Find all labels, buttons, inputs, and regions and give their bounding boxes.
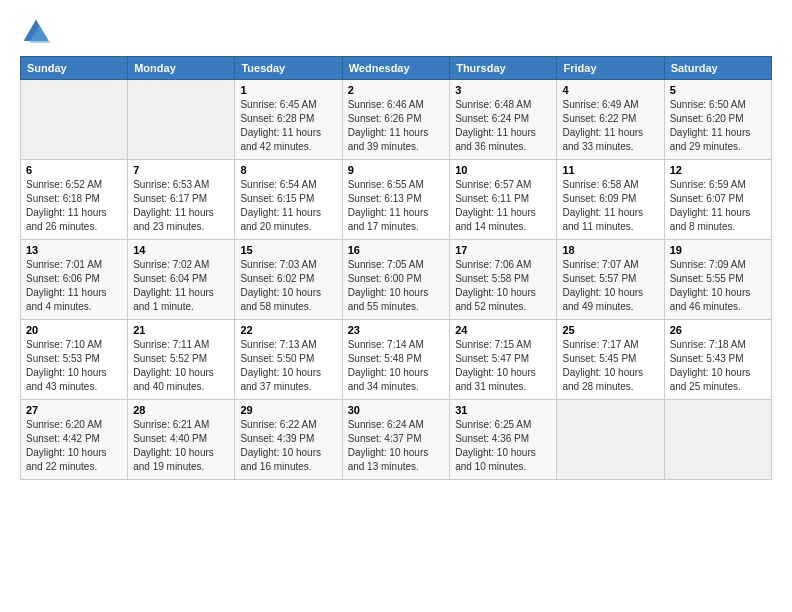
page: SundayMondayTuesdayWednesdayThursdayFrid… — [0, 0, 792, 490]
day-number: 12 — [670, 164, 766, 176]
calendar-header-thursday: Thursday — [450, 57, 557, 80]
calendar-week-3: 13Sunrise: 7:01 AM Sunset: 6:06 PM Dayli… — [21, 240, 772, 320]
calendar-cell: 25Sunrise: 7:17 AM Sunset: 5:45 PM Dayli… — [557, 320, 664, 400]
calendar-week-2: 6Sunrise: 6:52 AM Sunset: 6:18 PM Daylig… — [21, 160, 772, 240]
calendar-cell: 9Sunrise: 6:55 AM Sunset: 6:13 PM Daylig… — [342, 160, 450, 240]
day-number: 24 — [455, 324, 551, 336]
day-info: Sunrise: 7:01 AM Sunset: 6:06 PM Dayligh… — [26, 258, 122, 314]
calendar-cell: 31Sunrise: 6:25 AM Sunset: 4:36 PM Dayli… — [450, 400, 557, 480]
calendar-cell: 17Sunrise: 7:06 AM Sunset: 5:58 PM Dayli… — [450, 240, 557, 320]
calendar-cell: 14Sunrise: 7:02 AM Sunset: 6:04 PM Dayli… — [128, 240, 235, 320]
day-info: Sunrise: 6:50 AM Sunset: 6:20 PM Dayligh… — [670, 98, 766, 154]
calendar-cell — [21, 80, 128, 160]
day-info: Sunrise: 6:21 AM Sunset: 4:40 PM Dayligh… — [133, 418, 229, 474]
day-info: Sunrise: 6:25 AM Sunset: 4:36 PM Dayligh… — [455, 418, 551, 474]
day-info: Sunrise: 6:49 AM Sunset: 6:22 PM Dayligh… — [562, 98, 658, 154]
calendar-cell: 26Sunrise: 7:18 AM Sunset: 5:43 PM Dayli… — [664, 320, 771, 400]
calendar-cell: 16Sunrise: 7:05 AM Sunset: 6:00 PM Dayli… — [342, 240, 450, 320]
day-info: Sunrise: 7:11 AM Sunset: 5:52 PM Dayligh… — [133, 338, 229, 394]
day-number: 22 — [240, 324, 336, 336]
day-number: 17 — [455, 244, 551, 256]
calendar-cell: 3Sunrise: 6:48 AM Sunset: 6:24 PM Daylig… — [450, 80, 557, 160]
day-info: Sunrise: 6:57 AM Sunset: 6:11 PM Dayligh… — [455, 178, 551, 234]
day-number: 15 — [240, 244, 336, 256]
day-info: Sunrise: 6:24 AM Sunset: 4:37 PM Dayligh… — [348, 418, 445, 474]
day-info: Sunrise: 7:15 AM Sunset: 5:47 PM Dayligh… — [455, 338, 551, 394]
calendar-cell: 21Sunrise: 7:11 AM Sunset: 5:52 PM Dayli… — [128, 320, 235, 400]
day-number: 27 — [26, 404, 122, 416]
day-number: 4 — [562, 84, 658, 96]
day-info: Sunrise: 6:52 AM Sunset: 6:18 PM Dayligh… — [26, 178, 122, 234]
calendar-header-tuesday: Tuesday — [235, 57, 342, 80]
calendar-cell: 2Sunrise: 6:46 AM Sunset: 6:26 PM Daylig… — [342, 80, 450, 160]
day-info: Sunrise: 6:53 AM Sunset: 6:17 PM Dayligh… — [133, 178, 229, 234]
day-number: 9 — [348, 164, 445, 176]
calendar-header-saturday: Saturday — [664, 57, 771, 80]
calendar-header-friday: Friday — [557, 57, 664, 80]
day-number: 10 — [455, 164, 551, 176]
calendar-week-1: 1Sunrise: 6:45 AM Sunset: 6:28 PM Daylig… — [21, 80, 772, 160]
day-number: 6 — [26, 164, 122, 176]
calendar-header-monday: Monday — [128, 57, 235, 80]
logo — [20, 16, 56, 48]
day-number: 29 — [240, 404, 336, 416]
day-number: 25 — [562, 324, 658, 336]
calendar-cell: 13Sunrise: 7:01 AM Sunset: 6:06 PM Dayli… — [21, 240, 128, 320]
day-info: Sunrise: 7:14 AM Sunset: 5:48 PM Dayligh… — [348, 338, 445, 394]
day-info: Sunrise: 6:20 AM Sunset: 4:42 PM Dayligh… — [26, 418, 122, 474]
calendar-cell — [557, 400, 664, 480]
day-info: Sunrise: 6:55 AM Sunset: 6:13 PM Dayligh… — [348, 178, 445, 234]
day-number: 5 — [670, 84, 766, 96]
calendar-header-row: SundayMondayTuesdayWednesdayThursdayFrid… — [21, 57, 772, 80]
calendar-cell: 7Sunrise: 6:53 AM Sunset: 6:17 PM Daylig… — [128, 160, 235, 240]
calendar-cell: 6Sunrise: 6:52 AM Sunset: 6:18 PM Daylig… — [21, 160, 128, 240]
calendar-cell: 10Sunrise: 6:57 AM Sunset: 6:11 PM Dayli… — [450, 160, 557, 240]
day-info: Sunrise: 7:05 AM Sunset: 6:00 PM Dayligh… — [348, 258, 445, 314]
day-info: Sunrise: 7:07 AM Sunset: 5:57 PM Dayligh… — [562, 258, 658, 314]
day-number: 14 — [133, 244, 229, 256]
calendar-header-sunday: Sunday — [21, 57, 128, 80]
day-info: Sunrise: 7:03 AM Sunset: 6:02 PM Dayligh… — [240, 258, 336, 314]
calendar-cell: 15Sunrise: 7:03 AM Sunset: 6:02 PM Dayli… — [235, 240, 342, 320]
calendar-cell: 11Sunrise: 6:58 AM Sunset: 6:09 PM Dayli… — [557, 160, 664, 240]
day-number: 18 — [562, 244, 658, 256]
day-info: Sunrise: 7:09 AM Sunset: 5:55 PM Dayligh… — [670, 258, 766, 314]
day-number: 13 — [26, 244, 122, 256]
day-number: 26 — [670, 324, 766, 336]
day-info: Sunrise: 6:54 AM Sunset: 6:15 PM Dayligh… — [240, 178, 336, 234]
day-number: 11 — [562, 164, 658, 176]
day-number: 23 — [348, 324, 445, 336]
calendar-cell — [128, 80, 235, 160]
calendar-cell: 5Sunrise: 6:50 AM Sunset: 6:20 PM Daylig… — [664, 80, 771, 160]
calendar-cell: 27Sunrise: 6:20 AM Sunset: 4:42 PM Dayli… — [21, 400, 128, 480]
logo-icon — [20, 16, 52, 48]
day-number: 31 — [455, 404, 551, 416]
day-info: Sunrise: 6:59 AM Sunset: 6:07 PM Dayligh… — [670, 178, 766, 234]
calendar-table: SundayMondayTuesdayWednesdayThursdayFrid… — [20, 56, 772, 480]
day-info: Sunrise: 6:45 AM Sunset: 6:28 PM Dayligh… — [240, 98, 336, 154]
day-number: 3 — [455, 84, 551, 96]
day-info: Sunrise: 6:48 AM Sunset: 6:24 PM Dayligh… — [455, 98, 551, 154]
calendar-cell: 28Sunrise: 6:21 AM Sunset: 4:40 PM Dayli… — [128, 400, 235, 480]
calendar-cell: 24Sunrise: 7:15 AM Sunset: 5:47 PM Dayli… — [450, 320, 557, 400]
calendar-cell: 19Sunrise: 7:09 AM Sunset: 5:55 PM Dayli… — [664, 240, 771, 320]
calendar-cell: 8Sunrise: 6:54 AM Sunset: 6:15 PM Daylig… — [235, 160, 342, 240]
calendar-cell: 30Sunrise: 6:24 AM Sunset: 4:37 PM Dayli… — [342, 400, 450, 480]
calendar-cell: 1Sunrise: 6:45 AM Sunset: 6:28 PM Daylig… — [235, 80, 342, 160]
day-info: Sunrise: 6:22 AM Sunset: 4:39 PM Dayligh… — [240, 418, 336, 474]
day-number: 30 — [348, 404, 445, 416]
calendar-cell: 20Sunrise: 7:10 AM Sunset: 5:53 PM Dayli… — [21, 320, 128, 400]
calendar-week-4: 20Sunrise: 7:10 AM Sunset: 5:53 PM Dayli… — [21, 320, 772, 400]
calendar-cell — [664, 400, 771, 480]
day-info: Sunrise: 7:13 AM Sunset: 5:50 PM Dayligh… — [240, 338, 336, 394]
day-number: 28 — [133, 404, 229, 416]
day-number: 16 — [348, 244, 445, 256]
day-info: Sunrise: 7:02 AM Sunset: 6:04 PM Dayligh… — [133, 258, 229, 314]
header — [20, 16, 772, 48]
day-number: 21 — [133, 324, 229, 336]
calendar-cell: 18Sunrise: 7:07 AM Sunset: 5:57 PM Dayli… — [557, 240, 664, 320]
day-info: Sunrise: 7:10 AM Sunset: 5:53 PM Dayligh… — [26, 338, 122, 394]
calendar-cell: 12Sunrise: 6:59 AM Sunset: 6:07 PM Dayli… — [664, 160, 771, 240]
calendar-cell: 22Sunrise: 7:13 AM Sunset: 5:50 PM Dayli… — [235, 320, 342, 400]
day-info: Sunrise: 7:06 AM Sunset: 5:58 PM Dayligh… — [455, 258, 551, 314]
